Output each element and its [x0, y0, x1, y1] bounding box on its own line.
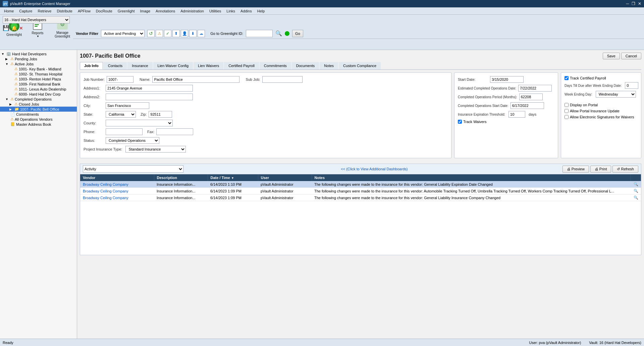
- tree-master-address[interactable]: 📒 Master Address Book: [0, 122, 77, 127]
- save-icon[interactable]: 💾: [3, 25, 9, 31]
- sub-job-input[interactable]: [262, 76, 303, 83]
- tab-notes[interactable]: Notes: [320, 62, 338, 69]
- vendor-link[interactable]: Broadway Ceiling Company: [83, 196, 128, 200]
- tree-pending-jobs[interactable]: ▶ ⚠ Pending Jobs: [0, 56, 77, 61]
- phone-input[interactable]: [106, 128, 143, 135]
- start-date-input[interactable]: [490, 76, 524, 83]
- city-input[interactable]: [106, 102, 149, 109]
- search-button[interactable]: 🔍: [275, 30, 282, 37]
- activity-dropdown[interactable]: Activity Summary Detail: [83, 165, 183, 173]
- display-portal-checkbox[interactable]: [565, 103, 569, 107]
- vendor-link[interactable]: Broadway Ceiling Company: [83, 182, 128, 186]
- menu-docroute[interactable]: DocRoute: [93, 8, 115, 14]
- tree-closed-jobs-sub[interactable]: ▶ ⚠ Closed Jobs: [0, 102, 77, 107]
- cancel-button[interactable]: Cancel: [621, 53, 641, 59]
- download-filter-icon[interactable]: ⬇: [189, 30, 197, 37]
- days-till-due-input[interactable]: [625, 82, 638, 89]
- go-button[interactable]: Go: [292, 30, 303, 37]
- menu-greenlight[interactable]: Greenlight: [115, 8, 138, 14]
- menu-links[interactable]: Links: [224, 8, 238, 14]
- allow-portal-checkbox[interactable]: [565, 109, 569, 113]
- close-button[interactable]: ✕: [638, 1, 641, 6]
- address1-input[interactable]: [106, 85, 193, 92]
- allow-electronic-checkbox[interactable]: [565, 115, 569, 119]
- greenlight-id-input[interactable]: [246, 30, 273, 37]
- tree-all-ops-vendors[interactable]: ⚠ All Operations Vendors: [0, 117, 77, 122]
- track-certified-checkbox[interactable]: [565, 76, 569, 80]
- notification-icon[interactable]: 🔔: [11, 25, 17, 31]
- menu-home[interactable]: Home: [1, 8, 16, 14]
- cloud-filter-icon[interactable]: ☁: [198, 30, 205, 37]
- col-notes[interactable]: Notes: [312, 174, 631, 181]
- tree-active-jobs[interactable]: ▼ ⚠ Active Jobs: [0, 61, 77, 66]
- project-insurance-select[interactable]: Standard Insurance Owner Controlled Cont…: [125, 146, 186, 153]
- menu-help[interactable]: Help: [255, 8, 268, 14]
- menu-image[interactable]: Image: [138, 8, 153, 14]
- refresh-filter-icon[interactable]: ↺: [147, 30, 155, 37]
- tab-certified-payroll[interactable]: Certified Payroll: [224, 62, 259, 69]
- job-number-input[interactable]: [107, 76, 133, 83]
- company-selector[interactable]: 16 - Hard Hat Developers: [3, 16, 70, 23]
- vendor-link[interactable]: Broadway Ceiling Company: [83, 189, 128, 193]
- week-ending-day-select[interactable]: Monday Tuesday Wednesday Thursday Friday: [596, 91, 636, 98]
- filter-dropdown[interactable]: Active and Pending Active Pending All: [101, 30, 145, 37]
- track-waivers-checkbox[interactable]: [458, 120, 462, 124]
- completed-ops-period-input[interactable]: [519, 94, 543, 100]
- tree-job-1002[interactable]: ⚠ 1002- St. Thomas Hospital: [0, 71, 77, 76]
- tree-completed-ops[interactable]: ▼ ⚠ Completed Operations: [0, 97, 77, 102]
- tab-job-info[interactable]: Job Info: [80, 62, 103, 69]
- tree-job-1011[interactable]: ⚠ 1011- Lexus Auto Dealership: [0, 86, 77, 92]
- tab-commitments[interactable]: Commitments: [260, 62, 291, 69]
- person-filter-icon[interactable]: 👤: [181, 30, 188, 37]
- tree-job-1007[interactable]: ▶ 📁 1007- Pacific Bell Office: [0, 107, 77, 112]
- tab-documents[interactable]: Documents: [292, 62, 319, 69]
- tab-contacts[interactable]: Contacts: [104, 62, 127, 69]
- close-icon[interactable]: ✕: [19, 25, 23, 31]
- tab-lien-waivers[interactable]: Lien Waivers: [194, 62, 223, 69]
- fax-input[interactable]: [156, 128, 193, 135]
- tree-commitments[interactable]: 📄 Commitments: [0, 112, 77, 117]
- zip-input[interactable]: [149, 111, 172, 118]
- state-select[interactable]: California: [106, 111, 136, 118]
- menu-utilities[interactable]: Utilities: [207, 8, 224, 14]
- menu-distribute[interactable]: Distribute: [54, 8, 75, 14]
- restore-button[interactable]: ❐: [632, 1, 635, 6]
- menu-addins[interactable]: Addins: [238, 8, 255, 14]
- row-search-icon[interactable]: 🔍: [631, 194, 641, 201]
- warning-filter-icon[interactable]: ⚠: [156, 30, 163, 37]
- menu-annotations[interactable]: Annotations: [153, 8, 178, 14]
- print-button[interactable]: 🖨 Print: [590, 166, 611, 173]
- tree-job-1009[interactable]: ⚠ 1009- First National Bank: [0, 81, 77, 86]
- tab-custom-compliance[interactable]: Custom Compliance: [339, 62, 381, 69]
- save-button[interactable]: Save: [603, 53, 620, 59]
- name-input[interactable]: [152, 76, 239, 83]
- est-completed-input[interactable]: [518, 85, 552, 92]
- menu-retrieve[interactable]: Retrieve: [35, 8, 54, 14]
- minimize-button[interactable]: ─: [626, 1, 629, 6]
- tree-job-1003[interactable]: ⚠ 1003- Renton Hotel Plaza: [0, 76, 77, 81]
- address2-input[interactable]: [106, 94, 193, 100]
- check-filter-icon[interactable]: ✓: [164, 30, 171, 37]
- tab-lien-waiver-config[interactable]: Lien Waiver Config: [153, 62, 193, 69]
- menu-apflow[interactable]: APFlow: [75, 8, 93, 14]
- refresh-button[interactable]: ↺ Refresh: [612, 166, 638, 173]
- col-description[interactable]: Description: [154, 174, 208, 181]
- row-search-icon[interactable]: 🔍: [631, 188, 641, 194]
- status-select[interactable]: Completed Operations Active Pending Clos…: [106, 137, 159, 144]
- county-select[interactable]: [106, 120, 173, 126]
- row-search-icon[interactable]: 🔍: [631, 181, 641, 188]
- upload-filter-icon[interactable]: ⬆: [172, 30, 180, 37]
- menu-administration[interactable]: Administration: [178, 8, 207, 14]
- tree-job-6000[interactable]: ⚠ 6000- Hard Hat Dev Corp: [0, 92, 77, 97]
- col-datetime[interactable]: Date / Time ▼: [208, 174, 258, 181]
- col-vendor[interactable]: Vendor: [80, 174, 154, 181]
- tree-root[interactable]: ▼ 🏢 Hard Hat Developers: [0, 51, 77, 56]
- tree-job-1001[interactable]: ⚠ 1001- Key Bank - Midland: [0, 66, 77, 71]
- completed-ops-start-input[interactable]: [511, 102, 544, 109]
- additional-dashboards-link[interactable]: << (Click to View Additional Dashboards): [341, 167, 408, 171]
- col-user[interactable]: User: [258, 174, 312, 181]
- preview-button[interactable]: 🖨 Preview: [562, 166, 589, 173]
- insurance-threshold-input[interactable]: [508, 111, 525, 118]
- tab-insurance[interactable]: Insurance: [127, 62, 152, 69]
- menu-capture[interactable]: Capture: [16, 8, 35, 14]
